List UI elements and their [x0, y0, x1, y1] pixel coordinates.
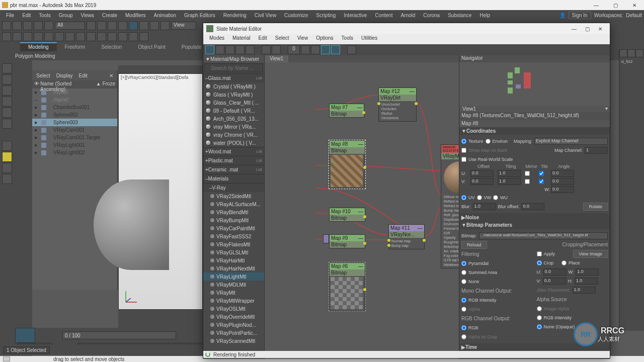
minimize-button[interactable]: — — [589, 3, 604, 8]
selection-filter[interactable]: All — [55, 22, 85, 30]
material-slot[interactable]: IOR — [442, 231, 459, 235]
slate-material-browser-toggle[interactable] — [321, 45, 330, 54]
view-select-dropdown[interactable]: View1 — [459, 106, 603, 113]
material-slot[interactable]: Refl. gloss — [442, 213, 459, 217]
vray-material-item[interactable]: VRayMtlWrapper — [203, 297, 264, 305]
select-name-button[interactable] — [97, 21, 106, 30]
view-tab-1[interactable]: View1 — [265, 55, 288, 62]
named-sets[interactable] — [44, 32, 53, 41]
lib-material-item[interactable]: water (POOL) ( V... — [203, 139, 264, 147]
vray-material-item[interactable]: VRay2SidedMtl — [203, 192, 264, 200]
menu-rendering[interactable]: Rendering — [219, 13, 251, 18]
view-image-button[interactable]: View Image — [573, 250, 608, 258]
select-button[interactable] — [87, 21, 96, 30]
rotate-button[interactable]: Rotate — [583, 203, 608, 211]
window-crossing-button[interactable] — [118, 21, 127, 30]
render-button[interactable] — [139, 32, 148, 41]
vray-material-item[interactable]: VRayHairMtl — [203, 256, 264, 264]
lib-material-item[interactable]: vray Mirror ( VRa... — [203, 123, 264, 131]
menu-animation[interactable]: Animation — [150, 13, 180, 18]
radio-none-opaque[interactable] — [537, 324, 542, 329]
material-slot[interactable]: An. rotation — [442, 249, 459, 253]
radio-place[interactable] — [561, 260, 567, 265]
slate-menu-select[interactable]: Select — [271, 34, 293, 44]
menu-views[interactable]: Views — [77, 13, 99, 18]
scene-item[interactable]: –//xp/x0 — [32, 96, 117, 104]
apply-check[interactable] — [537, 251, 542, 256]
slate-menu-utilities[interactable]: Utilities — [357, 34, 381, 44]
vray-material-item[interactable]: VRayLightMtl — [203, 273, 264, 281]
layers-button[interactable] — [76, 32, 85, 41]
slate-select-tool[interactable] — [205, 45, 214, 54]
slate-titlebar[interactable]: Slate Material Editor — ▢ ✕ — [203, 23, 610, 34]
menu-edit[interactable]: Edit — [18, 13, 35, 18]
menu-customize[interactable]: Customize — [280, 13, 312, 18]
slate-assign-tool[interactable] — [225, 45, 234, 54]
scene-item[interactable]: ●VRayLight002 — [32, 149, 117, 156]
vray-material-item[interactable]: VRayOSLMtl — [203, 305, 264, 313]
scene-tree[interactable]: ●//xy/x0–//xp/x0●ChamferBox001●Sphere002… — [32, 88, 117, 290]
unlink-button[interactable] — [34, 21, 43, 30]
viewport[interactable]: [+][VRayCam001][Standard][Defa — [118, 73, 203, 310]
lib-material-item[interactable]: Arch_056_026_13... — [203, 115, 264, 123]
slate-minimize[interactable]: — — [568, 26, 581, 32]
blur-spinner[interactable]: 1.0 — [473, 203, 496, 210]
vray-material-item[interactable]: VRayGLSLMtl — [203, 248, 264, 256]
vray-material-item[interactable]: VRayCarPaintMtl — [203, 224, 264, 232]
material-editor-button[interactable] — [108, 32, 117, 41]
v-offset[interactable]: 0.0 — [470, 178, 494, 185]
tool-helper[interactable] — [2, 174, 12, 184]
radio-rgb-int[interactable] — [537, 315, 542, 320]
angle-snap[interactable] — [13, 32, 22, 41]
percent-snap[interactable] — [23, 32, 32, 41]
vray-material-item[interactable]: VRayPointPartic... — [203, 329, 264, 337]
align-button[interactable] — [65, 32, 74, 41]
node-map7[interactable]: Map #7— Bitmap — [329, 104, 364, 118]
mapping-combo[interactable]: Explicit Map Channel — [534, 138, 608, 145]
menu-civil-view[interactable]: Civil View — [251, 13, 280, 18]
tab-modeling[interactable]: Modeling — [20, 42, 57, 51]
slate-batch-tool[interactable] — [347, 45, 356, 54]
scene-display[interactable]: Display — [56, 73, 73, 78]
ref-coord-dropdown[interactable]: View — [171, 22, 196, 30]
frozen-column[interactable]: ▲ Froze — [96, 81, 115, 88]
modify-tab[interactable] — [627, 49, 635, 57]
vray-material-item[interactable]: VRayBlendMtl — [203, 208, 264, 216]
radio-mono-alpha[interactable] — [461, 307, 466, 312]
tool-motion[interactable] — [2, 97, 12, 107]
scene-item[interactable]: ●VRayLight001 — [32, 141, 117, 149]
bitmap-rollup-header[interactable]: ▼ Bitmap Parameters — [459, 221, 610, 229]
blur-offset-spinner[interactable]: 0.0 — [521, 203, 544, 210]
vray-material-item[interactable]: VRayFastSSS2 — [203, 232, 264, 240]
noise-rollup[interactable]: ▶ Noise — [459, 213, 610, 221]
material-slot[interactable]: Refract map — [442, 204, 459, 208]
material-slot[interactable]: Anisotropy — [442, 244, 459, 249]
slate-menu-options[interactable]: Options — [312, 34, 337, 44]
material-slot[interactable]: Environment — [442, 222, 459, 226]
reload-button[interactable]: Reload — [461, 241, 487, 249]
coords-rollup-header[interactable]: ▼ Coordinates — [459, 127, 610, 135]
scene-item[interactable]: ●Sphere003 — [32, 119, 117, 126]
slate-show-end[interactable] — [272, 45, 281, 54]
slate-show-map[interactable] — [262, 45, 271, 54]
slate-param-editor-toggle[interactable] — [331, 45, 340, 54]
radio-uv[interactable] — [461, 195, 466, 200]
lib-section[interactable]: + Ceramic .matLIB — [203, 165, 264, 174]
menu-help[interactable]: Help — [475, 13, 494, 18]
show-map-check[interactable] — [461, 148, 466, 153]
crop-u[interactable]: 0.0 — [543, 268, 567, 276]
crop-v[interactable]: 0.0 — [543, 278, 566, 285]
lib-material-item[interactable]: Glass ( VRayMtl ) — [203, 90, 264, 99]
scene-select[interactable]: Select — [36, 73, 50, 78]
material-slot[interactable]: Displacement — [442, 217, 459, 222]
slate-100pct[interactable]: 0 — [288, 45, 300, 54]
menu-graph-editors[interactable]: Graph Editors — [180, 13, 219, 18]
u-tile[interactable] — [539, 171, 544, 176]
slate-menu-edit[interactable]: Edit — [255, 34, 271, 44]
maxscript-icon[interactable] — [3, 356, 10, 361]
u-tiling[interactable]: 1.0 — [498, 170, 521, 177]
vray-material-item[interactable]: VRayOverrideMtl — [203, 313, 264, 321]
time-rollup[interactable]: ▶ Time — [459, 343, 610, 351]
scene-item[interactable]: ●//xy/x0 — [32, 88, 117, 96]
vray-section[interactable]: – V-Ray — [203, 183, 264, 192]
